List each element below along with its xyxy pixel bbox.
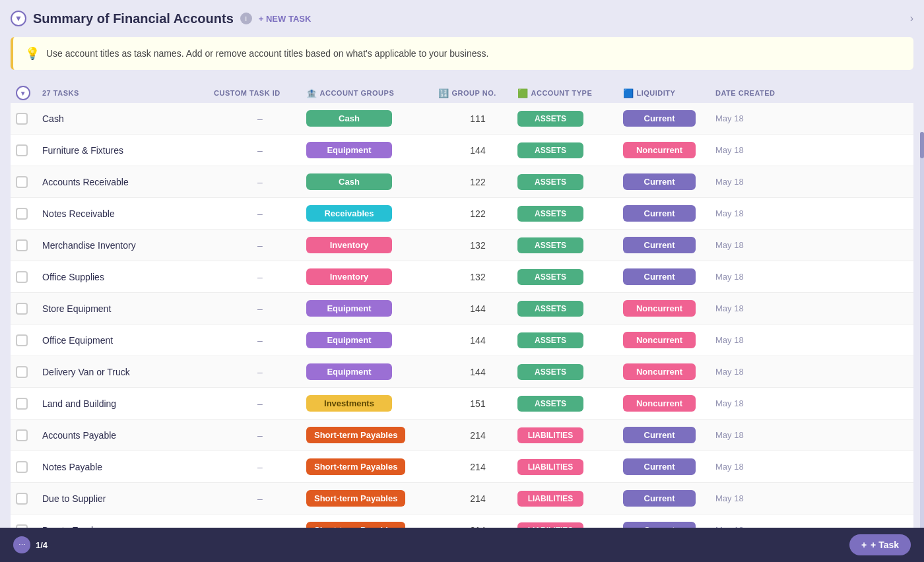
- account-group-10: Short-term Payables: [306, 427, 438, 443]
- table-row: Office Supplies – Inventory 132 ASSETS C…: [11, 261, 913, 293]
- table-row: Accounts Receivable – Cash 122 ASSETS Cu…: [11, 166, 913, 198]
- row-checkbox-10[interactable]: [16, 429, 42, 441]
- liquidity-12: Current: [623, 490, 715, 507]
- custom-id-0: –: [214, 113, 306, 124]
- custom-id-2: –: [214, 177, 306, 187]
- account-type-1: ASSETS: [517, 142, 623, 158]
- group-no-icon: 🔢: [438, 88, 449, 98]
- row-checkbox-5[interactable]: [16, 271, 42, 283]
- tip-icon: 💡: [25, 46, 40, 61]
- custom-id-1: –: [214, 145, 306, 156]
- liquidity-0: Current: [623, 110, 715, 127]
- scrollbar-thumb[interactable]: [920, 132, 924, 158]
- row-checkbox-6[interactable]: [16, 303, 42, 315]
- group-no-label: GROUP NO.: [452, 89, 496, 97]
- account-type-7: ASSETS: [517, 332, 623, 348]
- tasks-collapse-btn[interactable]: ▼: [16, 86, 30, 100]
- row-checkbox-3[interactable]: [16, 208, 42, 220]
- group-no-1: 144: [438, 145, 517, 156]
- date-1: May 18: [715, 145, 795, 155]
- date-5: May 18: [715, 272, 795, 282]
- custom-id-6: –: [214, 303, 306, 314]
- row-checkbox-7[interactable]: [16, 334, 42, 346]
- row-checkbox-2[interactable]: [16, 176, 42, 188]
- account-type-label: ACCOUNT TYPE: [531, 89, 593, 97]
- add-task-button[interactable]: + + Task: [849, 534, 911, 555]
- dots-icon[interactable]: ⋯: [13, 536, 30, 553]
- date-11: May 18: [715, 462, 795, 472]
- group-no-10: 214: [438, 430, 517, 441]
- row-checkbox-1[interactable]: [16, 144, 42, 156]
- group-no-3: 122: [438, 208, 517, 219]
- row-checkbox-0[interactable]: [16, 113, 42, 125]
- row-checkbox-9[interactable]: [16, 398, 42, 410]
- account-group-12: Short-term Payables: [306, 490, 438, 507]
- table-row: Delivery Van or Truck – Equipment 144 AS…: [11, 356, 913, 388]
- collapse-button[interactable]: ▼: [11, 11, 26, 26]
- date-9: May 18: [715, 398, 795, 408]
- page-indicator: ⋯ 1/4: [13, 536, 48, 553]
- custom-id-label: CUSTOM TASK ID: [214, 89, 280, 97]
- group-no-2: 122: [438, 177, 517, 187]
- liquidity-1: Noncurrent: [623, 142, 715, 158]
- scrollbar[interactable]: [920, 132, 924, 536]
- new-task-button[interactable]: + NEW TASK: [259, 14, 312, 24]
- account-group-7: Equipment: [306, 332, 438, 348]
- date-3: May 18: [715, 208, 795, 218]
- date-6: May 18: [715, 303, 795, 313]
- tasks-toggle[interactable]: ▼: [16, 86, 42, 100]
- group-no-8: 144: [438, 367, 517, 377]
- group-no-4: 132: [438, 240, 517, 251]
- page-text: 1/4: [36, 540, 48, 550]
- add-task-label: + Task: [871, 540, 899, 550]
- liquidity-8: Noncurrent: [623, 363, 715, 380]
- task-name-4: Merchandise Inventory: [42, 240, 214, 251]
- row-checkbox-11[interactable]: [16, 461, 42, 473]
- row-checkbox-8[interactable]: [16, 366, 42, 378]
- custom-id-4: –: [214, 240, 306, 251]
- account-type-8: ASSETS: [517, 364, 623, 380]
- account-group-8: Equipment: [306, 363, 438, 380]
- row-checkbox-12[interactable]: [16, 493, 42, 505]
- table-row: Notes Payable – Short-term Payables 214 …: [11, 451, 913, 483]
- account-type-2: ASSETS: [517, 174, 623, 190]
- table-row: Office Equipment – Equipment 144 ASSETS …: [11, 325, 913, 356]
- custom-id-12: –: [214, 493, 306, 504]
- account-type-12: LIABILITIES: [517, 491, 623, 507]
- liquidity-7: Noncurrent: [623, 332, 715, 348]
- col-header-custom-id: CUSTOM TASK ID: [214, 89, 306, 97]
- col-header-account-type: 🟩 ACCOUNT TYPE: [517, 88, 623, 98]
- custom-id-10: –: [214, 430, 306, 441]
- account-group-3: Receivables: [306, 205, 438, 222]
- table-row: Furniture & Fixtures – Equipment 144 ASS…: [11, 135, 913, 166]
- col-header-liquidity: 🟦 LIQUIDITY: [623, 88, 715, 98]
- col-header-date: DATE CREATED: [715, 89, 795, 97]
- task-name-0: Cash: [42, 113, 214, 124]
- task-name-1: Furniture & Fixtures: [42, 145, 214, 156]
- account-group-1: Equipment: [306, 142, 438, 158]
- table-row: Cash – Cash 111 ASSETS Current May 18: [11, 103, 913, 135]
- account-type-4: ASSETS: [517, 237, 623, 253]
- account-group-6: Equipment: [306, 300, 438, 317]
- group-no-7: 144: [438, 335, 517, 346]
- task-name-5: Office Supplies: [42, 272, 214, 282]
- account-group-4: Inventory: [306, 237, 438, 253]
- custom-id-3: –: [214, 208, 306, 219]
- task-name-9: Land and Building: [42, 398, 214, 409]
- custom-id-11: –: [214, 462, 306, 472]
- info-icon[interactable]: i: [240, 13, 252, 24]
- date-label: DATE CREATED: [715, 89, 776, 97]
- row-checkbox-4[interactable]: [16, 239, 42, 251]
- group-no-0: 111: [438, 113, 517, 124]
- table-header: ▼ 27 TASKS CUSTOM TASK ID 🏦 ACCOUNT GROU…: [11, 86, 913, 100]
- liquidity-10: Current: [623, 427, 715, 443]
- task-name-3: Notes Receivable: [42, 208, 214, 219]
- account-type-6: ASSETS: [517, 301, 623, 317]
- account-type-10: LIABILITIES: [517, 427, 623, 443]
- account-type-5: ASSETS: [517, 269, 623, 285]
- account-group-2: Cash: [306, 173, 438, 190]
- tip-text: Use account titles as task names. Add or…: [46, 48, 488, 59]
- chevron-right-icon[interactable]: ›: [910, 13, 913, 24]
- liquidity-5: Current: [623, 268, 715, 285]
- col-header-tasks: 27 TASKS: [42, 89, 214, 97]
